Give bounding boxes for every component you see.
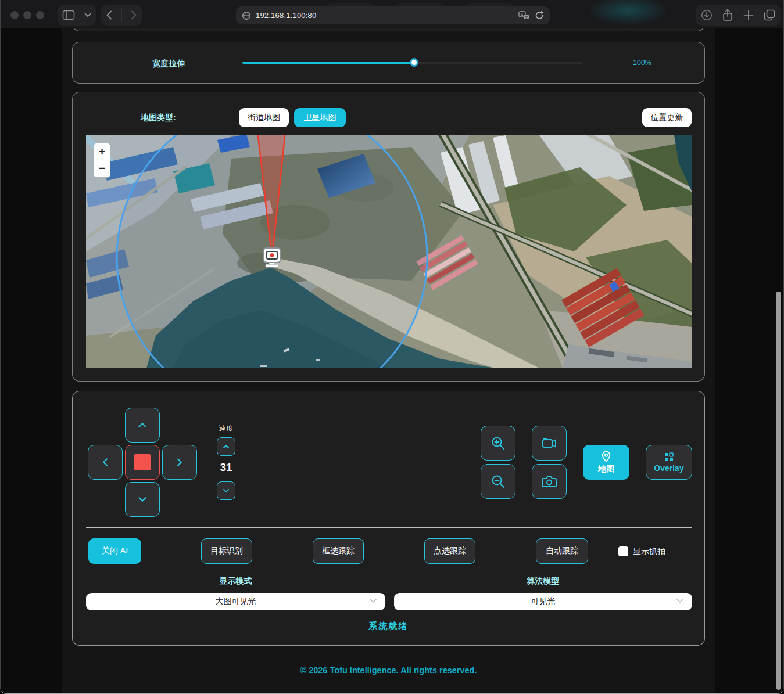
video-camera-icon bbox=[541, 436, 557, 450]
map-toggle-label: 地图 bbox=[598, 464, 614, 474]
page-content: 宽度拉伸 100% 地图类型: 街道地图 卫星地图 位置更新 bbox=[62, 28, 715, 694]
map-toggle-button[interactable]: 地图 bbox=[583, 445, 629, 480]
street-map-button[interactable]: 街道地图 bbox=[239, 108, 289, 127]
map-zoom-in-button[interactable]: + bbox=[94, 143, 110, 160]
satellite-map-canvas bbox=[86, 135, 692, 368]
browser-window: 192.168.1.100:80 A 文 bbox=[0, 0, 784, 694]
width-stretch-panel: 宽度拉伸 100% bbox=[72, 42, 705, 84]
grid-icon bbox=[664, 452, 674, 462]
record-video-button[interactable] bbox=[532, 426, 567, 461]
toolbar-actions-group bbox=[696, 5, 781, 26]
display-mode-label: 显示模式 bbox=[86, 576, 385, 587]
zoom-in-button[interactable] bbox=[481, 426, 515, 461]
chevron-down-icon bbox=[369, 598, 377, 603]
chevron-down-icon bbox=[676, 598, 684, 603]
chevron-down-icon bbox=[136, 493, 149, 506]
magnifier-plus-icon bbox=[491, 436, 506, 451]
speed-down-button[interactable] bbox=[217, 481, 235, 500]
width-stretch-label: 宽度拉伸 bbox=[137, 59, 201, 69]
pan-up-button[interactable] bbox=[125, 408, 160, 443]
close-window-button[interactable] bbox=[10, 11, 19, 19]
panel-divider bbox=[86, 527, 692, 528]
speed-value: 31 bbox=[209, 461, 244, 474]
tab-overview-icon[interactable] bbox=[764, 9, 775, 21]
svg-text:文: 文 bbox=[525, 15, 528, 19]
control-panel: 速度 31 bbox=[72, 391, 705, 646]
page-scrollbar[interactable] bbox=[776, 292, 781, 690]
pan-left-button[interactable] bbox=[88, 445, 123, 480]
minimize-window-button[interactable] bbox=[23, 11, 31, 19]
new-tab-icon[interactable] bbox=[743, 10, 754, 20]
nav-divider bbox=[121, 8, 122, 22]
nav-button-group bbox=[101, 5, 142, 26]
speed-label: 速度 bbox=[209, 424, 244, 434]
width-stretch-value: 100% bbox=[613, 59, 671, 67]
auto-tracking-button[interactable]: 自动跟踪 bbox=[536, 538, 588, 564]
reload-icon[interactable] bbox=[535, 10, 544, 20]
target-recognition-button[interactable]: 目标识别 bbox=[201, 538, 252, 564]
algorithm-model-value: 可见光 bbox=[531, 596, 556, 607]
pan-down-button[interactable] bbox=[125, 482, 160, 517]
map-type-label: 地图类型: bbox=[141, 113, 176, 123]
algorithm-model-label: 算法模型 bbox=[394, 576, 692, 587]
map-zoom-out-button[interactable]: − bbox=[94, 160, 110, 177]
location-pin-icon bbox=[601, 451, 611, 462]
footer-copyright: © 2026 Tofu Intelligence. All rights res… bbox=[62, 666, 715, 675]
magnifier-minus-icon bbox=[491, 474, 506, 489]
chevron-up-icon bbox=[221, 442, 231, 451]
zoom-out-button[interactable] bbox=[481, 464, 515, 499]
sidebar-icon[interactable] bbox=[62, 10, 75, 20]
satellite-map[interactable]: + − bbox=[86, 135, 692, 368]
map-zoom-control: + − bbox=[94, 143, 110, 178]
chevron-left-icon bbox=[99, 456, 112, 469]
stop-icon bbox=[134, 454, 151, 470]
photo-camera-icon bbox=[541, 474, 557, 488]
slider-thumb[interactable] bbox=[410, 58, 418, 67]
svg-text:A: A bbox=[521, 12, 524, 16]
zoom-window-button[interactable] bbox=[36, 11, 44, 19]
globe-icon bbox=[242, 11, 251, 20]
point-select-tracking-button[interactable]: 点选跟踪 bbox=[424, 538, 475, 564]
translate-icon[interactable]: A 文 bbox=[518, 11, 530, 20]
close-ai-button[interactable]: 关闭 AI bbox=[88, 538, 141, 564]
downloads-icon[interactable] bbox=[701, 9, 713, 21]
slider-fill bbox=[242, 62, 414, 64]
display-mode-select[interactable]: 大图可见光 bbox=[86, 593, 385, 610]
speed-up-button[interactable] bbox=[217, 437, 235, 456]
position-update-button[interactable]: 位置更新 bbox=[642, 108, 692, 127]
address-bar[interactable]: 192.168.1.100:80 A 文 bbox=[236, 6, 550, 24]
camera-marker[interactable] bbox=[263, 248, 281, 267]
map-panel: 地图类型: 街道地图 卫星地图 位置更新 bbox=[72, 92, 705, 382]
show-snapshot-label: 显示抓拍 bbox=[633, 546, 665, 557]
stop-button[interactable] bbox=[125, 445, 160, 480]
display-mode-value: 大图可见光 bbox=[216, 596, 256, 607]
show-snapshot-checkbox[interactable] bbox=[618, 546, 628, 556]
back-icon[interactable] bbox=[106, 10, 112, 20]
browser-toolbar: 192.168.1.100:80 A 文 bbox=[1, 0, 784, 28]
forward-icon[interactable] bbox=[131, 10, 137, 20]
pan-right-button[interactable] bbox=[162, 445, 197, 480]
chevron-up-icon bbox=[136, 419, 149, 431]
take-photo-button[interactable] bbox=[532, 464, 567, 499]
box-select-tracking-button[interactable]: 框选跟踪 bbox=[313, 538, 364, 564]
chevron-right-icon bbox=[173, 456, 186, 469]
chevron-down-icon[interactable] bbox=[84, 13, 91, 17]
sidebar-button-group bbox=[58, 5, 96, 26]
algorithm-model-select[interactable]: 可见光 bbox=[394, 593, 692, 610]
overlay-toggle-button[interactable]: Overlay bbox=[646, 445, 692, 480]
partial-card-top bbox=[72, 28, 705, 31]
satellite-map-button[interactable]: 卫星地图 bbox=[294, 108, 346, 127]
url-text: 192.168.1.100:80 bbox=[256, 11, 316, 20]
share-icon[interactable] bbox=[722, 9, 733, 21]
overlay-toggle-label: Overlay bbox=[654, 463, 683, 473]
chevron-down-icon bbox=[221, 486, 231, 495]
status-text: 系统就绪 bbox=[73, 621, 704, 632]
tab-glow-decoration bbox=[588, 0, 669, 26]
